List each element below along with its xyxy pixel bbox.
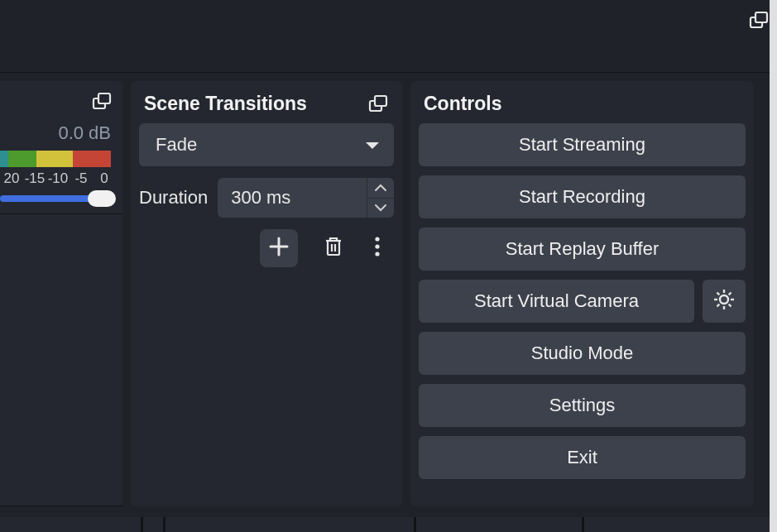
next-panel-popout[interactable] bbox=[753, 0, 770, 532]
controls-panel: Controls Start Streaming Start Recording… bbox=[410, 81, 754, 506]
gear-icon bbox=[712, 288, 736, 315]
audio-mixer-panel: 0.0 dB 20 -15 -10 -5 0 bbox=[0, 81, 122, 506]
duration-input[interactable] bbox=[218, 178, 367, 218]
popout-icon[interactable] bbox=[367, 95, 389, 113]
volume-slider-thumb[interactable] bbox=[88, 190, 116, 207]
volume-slider[interactable] bbox=[0, 195, 113, 202]
dots-vertical-icon bbox=[374, 236, 381, 261]
duration-spinbox[interactable] bbox=[218, 178, 394, 218]
transition-select[interactable]: Fade bbox=[139, 123, 394, 166]
trash-icon bbox=[323, 236, 344, 261]
mixer-lower-area bbox=[0, 213, 122, 506]
toolbar-area bbox=[0, 0, 777, 73]
add-transition-button[interactable] bbox=[260, 229, 298, 267]
db-readout: 0.0 dB bbox=[0, 122, 122, 144]
status-bar bbox=[0, 517, 770, 532]
caret-down-icon bbox=[364, 139, 381, 151]
studio-mode-button[interactable]: Studio Mode bbox=[419, 332, 746, 375]
meter-ticks: 20 -15 -10 -5 0 bbox=[0, 167, 122, 187]
audio-meter bbox=[0, 151, 113, 167]
scene-transitions-panel: Scene Transitions Fade Duration bbox=[131, 81, 402, 506]
scene-transitions-title: Scene Transitions bbox=[144, 93, 307, 115]
duration-step-down[interactable] bbox=[367, 199, 394, 218]
scrollbar[interactable] bbox=[770, 0, 777, 532]
start-recording-button[interactable]: Start Recording bbox=[419, 175, 746, 218]
start-replay-buffer-button[interactable]: Start Replay Buffer bbox=[419, 228, 746, 271]
transition-selected-label: Fade bbox=[156, 134, 197, 156]
exit-button[interactable]: Exit bbox=[419, 436, 746, 479]
start-streaming-button[interactable]: Start Streaming bbox=[419, 123, 746, 166]
settings-button[interactable]: Settings bbox=[419, 384, 746, 427]
delete-transition-button[interactable] bbox=[314, 229, 353, 267]
transition-more-button[interactable] bbox=[369, 229, 386, 267]
popout-icon[interactable] bbox=[91, 93, 113, 111]
controls-title: Controls bbox=[424, 93, 502, 115]
popout-icon[interactable] bbox=[748, 12, 770, 30]
start-virtual-camera-button[interactable]: Start Virtual Camera bbox=[419, 280, 694, 323]
plus-icon bbox=[268, 236, 290, 261]
virtual-camera-settings-button[interactable] bbox=[703, 280, 746, 323]
duration-label: Duration bbox=[139, 187, 208, 208]
duration-step-up[interactable] bbox=[367, 178, 394, 199]
